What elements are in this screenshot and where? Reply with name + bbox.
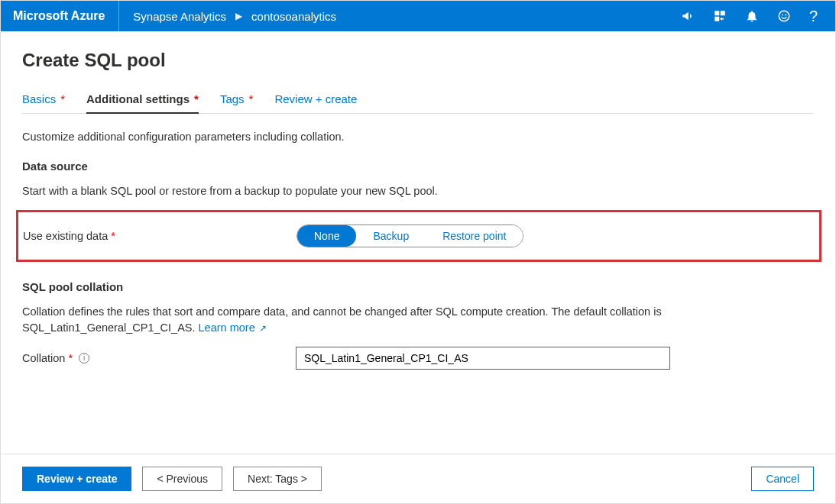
brand[interactable]: Microsoft Azure: [13, 1, 119, 31]
pill-option-none[interactable]: None: [297, 225, 356, 247]
info-icon[interactable]: i: [79, 353, 89, 363]
cancel-button[interactable]: Cancel: [751, 467, 814, 491]
section-desc-data-source: Start with a blank SQL pool or restore f…: [22, 183, 814, 199]
topbar-actions: ?: [681, 9, 823, 23]
required-indicator: *: [68, 352, 73, 364]
tabs: Basics * Additional settings * Tags * Re…: [22, 92, 814, 114]
tab-label: Additional settings: [86, 92, 190, 105]
breadcrumb: Synapse Analytics ▶ contosoanalytics: [119, 10, 336, 23]
section-title-collation: SQL pool collation: [22, 280, 814, 293]
tab-tags[interactable]: Tags *: [220, 92, 254, 113]
label-text: Collation: [22, 352, 65, 364]
required-indicator: *: [60, 92, 65, 105]
tab-basics[interactable]: Basics *: [22, 92, 65, 113]
collation-input[interactable]: [296, 347, 670, 370]
field-label-use-existing-data: Use existing data *: [23, 230, 296, 242]
tab-label: Review + create: [274, 92, 357, 105]
notifications-icon[interactable]: [745, 9, 759, 23]
directory-switch-icon[interactable]: [713, 9, 727, 23]
previous-button[interactable]: < Previous: [142, 467, 222, 491]
external-link-icon: ↗: [257, 323, 267, 334]
breadcrumb-separator-icon: ▶: [235, 11, 242, 21]
required-indicator: *: [111, 230, 115, 242]
tab-label: Tags: [220, 92, 245, 105]
breadcrumb-item-synapse[interactable]: Synapse Analytics: [133, 10, 226, 23]
label-text: Use existing data: [23, 230, 108, 242]
feedback-icon[interactable]: [777, 9, 791, 23]
tab-additional-settings[interactable]: Additional settings *: [86, 92, 199, 113]
tab-review-create[interactable]: Review + create: [274, 92, 357, 113]
tab-label: Basics: [22, 92, 56, 105]
svg-point-1: [782, 15, 783, 16]
footer-actions: Review + create < Previous Next: Tags > …: [1, 454, 835, 503]
help-icon[interactable]: ?: [809, 9, 823, 23]
main-content: Create SQL pool Basics * Additional sett…: [1, 31, 835, 503]
svg-point-2: [785, 15, 786, 16]
topbar: Microsoft Azure Synapse Analytics ▶ cont…: [1, 1, 835, 31]
svg-point-0: [779, 11, 789, 21]
section-desc-collation: Collation defines the rules that sort an…: [22, 304, 814, 336]
required-indicator: *: [249, 92, 254, 105]
page-title: Create SQL pool: [22, 50, 814, 71]
review-create-button[interactable]: Review + create: [22, 467, 131, 491]
next-button[interactable]: Next: Tags >: [233, 467, 322, 491]
pill-option-backup[interactable]: Backup: [356, 225, 426, 247]
breadcrumb-item-workspace[interactable]: contosoanalytics: [251, 10, 336, 23]
link-text: Learn more: [199, 321, 255, 334]
highlighted-field-use-existing-data: Use existing data * None Backup Restore …: [16, 210, 821, 262]
section-title-data-source: Data source: [22, 160, 814, 173]
pill-group-use-existing-data: None Backup Restore point: [296, 225, 523, 247]
learn-more-link[interactable]: Learn more ↗: [199, 321, 267, 334]
intro-text: Customize additional configuration param…: [22, 131, 814, 143]
required-indicator: *: [194, 92, 199, 105]
collation-desc-text: Collation defines the rules that sort an…: [22, 305, 662, 334]
pill-option-restore-point[interactable]: Restore point: [426, 225, 523, 247]
announcement-icon[interactable]: [681, 9, 695, 23]
field-label-collation: Collation * i: [22, 352, 296, 364]
